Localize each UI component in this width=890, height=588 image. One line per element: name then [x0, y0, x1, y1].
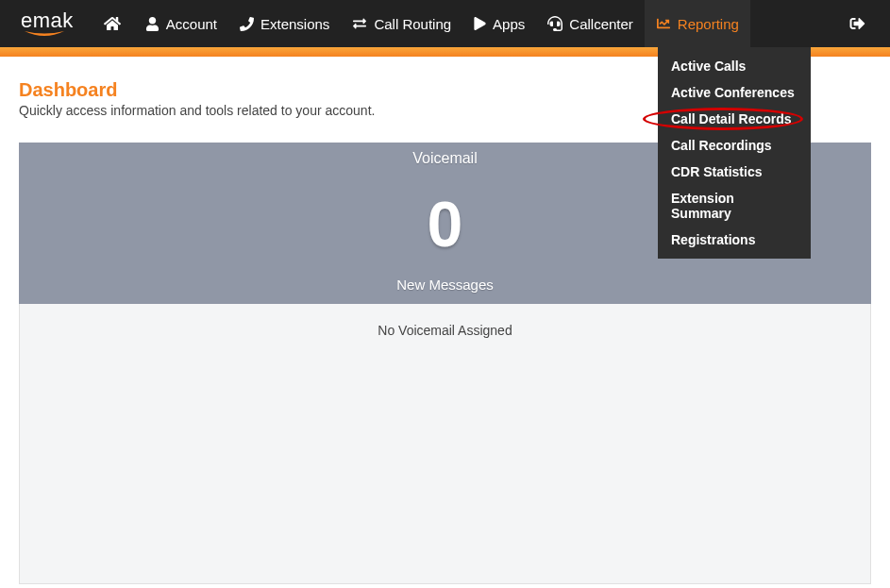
nav-account[interactable]: Account: [134, 0, 228, 47]
logo-text: emak: [21, 8, 74, 32]
nav-call-routing[interactable]: Call Routing: [341, 0, 462, 47]
dropdown-call-detail-records[interactable]: Call Detail Records: [658, 106, 811, 132]
sign-out-icon: [849, 16, 865, 31]
dropdown-active-calls[interactable]: Active Calls: [658, 53, 811, 79]
voicemail-sub: New Messages: [19, 269, 871, 304]
nav-extensions-label: Extensions: [260, 16, 329, 32]
dropdown-registrations[interactable]: Registrations: [658, 227, 811, 253]
nav-items: Account Extensions Call Routing Apps Cal…: [91, 0, 750, 47]
voicemail-empty-text: No Voicemail Assigned: [378, 323, 512, 338]
nav-extensions[interactable]: Extensions: [228, 0, 341, 47]
phone-icon: [240, 17, 254, 31]
dropdown-extension-summary[interactable]: Extension Summary: [658, 185, 811, 227]
nav-callcenter-label: Callcenter: [569, 16, 633, 32]
dropdown-call-recordings[interactable]: Call Recordings: [658, 132, 811, 159]
headset-icon: [547, 16, 563, 31]
chart-icon: [656, 17, 671, 30]
dropdown-active-conferences[interactable]: Active Conferences: [658, 79, 811, 106]
exchange-icon: [352, 17, 367, 30]
nav-call-routing-label: Call Routing: [374, 16, 451, 32]
logo[interactable]: emak: [0, 8, 91, 39]
nav-apps[interactable]: Apps: [462, 0, 536, 47]
user-icon: [145, 17, 160, 31]
nav-account-label: Account: [166, 16, 217, 32]
home-icon: [104, 16, 121, 31]
play-icon: [474, 17, 486, 30]
nav-apps-label: Apps: [493, 16, 525, 32]
reporting-dropdown: Active Calls Active Conferences Call Det…: [658, 47, 811, 259]
nav-reporting-label: Reporting: [678, 16, 739, 32]
voicemail-body: No Voicemail Assigned: [19, 304, 871, 584]
nav-callcenter[interactable]: Callcenter: [536, 0, 645, 47]
navbar: emak Account Extensions Call Routing App…: [0, 0, 890, 47]
nav-reporting[interactable]: Reporting: [645, 0, 750, 47]
nav-logout[interactable]: [834, 0, 881, 47]
nav-home[interactable]: [91, 0, 134, 47]
dropdown-cdr-statistics[interactable]: CDR Statistics: [658, 159, 811, 185]
logo-swoosh-icon: [21, 31, 68, 39]
